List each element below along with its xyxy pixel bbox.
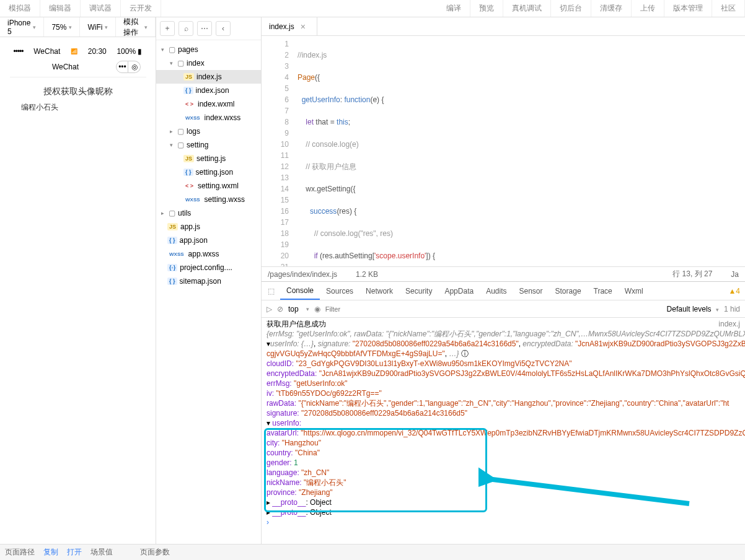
add-file-button[interactable]: +: [160, 21, 175, 36]
warnings-badge[interactable]: ▲ 4: [728, 287, 740, 295]
signal-icon: •••••: [14, 47, 24, 56]
close-tab-icon[interactable]: ×: [301, 22, 306, 32]
search-button[interactable]: ⌕: [179, 21, 193, 36]
folder-setting[interactable]: ▾▢setting: [156, 138, 261, 152]
page-title: 授权获取头像昵称: [19, 86, 138, 97]
file-setting-js[interactable]: JSsetting.js: [156, 152, 261, 165]
wifi-select[interactable]: WiFi▾: [80, 17, 116, 37]
menu-remote[interactable]: 真机调试: [503, 0, 551, 17]
log-message: 获取用户信息成功: [267, 320, 326, 328]
tab-sensor[interactable]: Sensor: [513, 282, 549, 300]
source-link[interactable]: index.j: [718, 319, 740, 329]
app-title: WeChat: [52, 63, 79, 71]
bottom-scene: 场景值: [90, 547, 113, 558]
inspect-icon[interactable]: ⬚: [262, 282, 280, 300]
tab-storage[interactable]: Storage: [549, 282, 588, 300]
step-icon[interactable]: ▷: [267, 305, 272, 313]
tab-audits[interactable]: Audits: [480, 282, 513, 300]
code-editor[interactable]: 1234567891011121314151617181920212223 //…: [262, 36, 745, 266]
console-output[interactable]: 获取用户信息成功index.j {errMsg: "getUserInfo:ok…: [262, 318, 745, 544]
hide-button[interactable]: ‹: [216, 21, 231, 36]
battery-label: 100% ▮: [117, 47, 142, 56]
device-select[interactable]: iPhone 5▾: [0, 17, 44, 37]
file-app-json[interactable]: { }app.json: [156, 234, 261, 247]
hidden-count: 1 hid: [724, 305, 740, 313]
context-select[interactable]: top: [288, 305, 299, 313]
file-index-json[interactable]: { }index.json: [156, 84, 261, 97]
simulator-screen: ••••• WeChat📶 20:30 100% ▮ WeChat ••• ◎ …: [10, 46, 146, 121]
file-project-config[interactable]: {◦}project.config....: [156, 261, 261, 274]
file-index-wxss[interactable]: WXSSindex.wxss: [156, 111, 261, 125]
folder-logs[interactable]: ▸▢logs: [156, 125, 261, 138]
tab-network[interactable]: Network: [359, 282, 399, 300]
menu-version[interactable]: 版本管理: [664, 0, 712, 17]
file-tree: ▾▢pages ▾▢index JSindex.js { }index.json…: [156, 40, 261, 291]
target-icon[interactable]: ◎: [128, 61, 141, 73]
tab-console[interactable]: Console: [280, 282, 320, 300]
copy-link[interactable]: 复制: [43, 547, 58, 558]
bottom-params: 页面参数: [140, 547, 170, 558]
file-sitemap[interactable]: { }sitemap.json: [156, 274, 261, 288]
file-size: 1.2 KB: [356, 270, 378, 279]
levels-select[interactable]: Default levels ▾: [667, 305, 719, 313]
folder-pages[interactable]: ▾▢pages: [156, 43, 261, 56]
editor-status-bar: /pages/index/index.js 1.2 KB 行 13, 列 27 …: [262, 266, 745, 281]
file-setting-json[interactable]: { }setting.json: [156, 165, 261, 179]
eye-icon[interactable]: ◉: [314, 305, 320, 313]
tab-security[interactable]: Security: [399, 282, 438, 300]
time-label: 20:30: [88, 47, 107, 56]
menu-editor[interactable]: 编辑器: [40, 0, 81, 17]
file-index-wxml[interactable]: < >index.wxml: [156, 97, 261, 111]
menu-compile[interactable]: 编译: [438, 0, 470, 17]
menu-background[interactable]: 切后台: [551, 0, 591, 17]
bottom-bar: 页面路径 复制 打开 场景值 页面参数: [0, 544, 745, 560]
menu-community[interactable]: 社区: [712, 0, 745, 17]
page-text: 编程小石头: [19, 102, 138, 113]
filter-input[interactable]: [325, 305, 662, 313]
cursor-position: 行 13, 列 27: [672, 269, 712, 279]
bottom-path: 页面路径: [5, 547, 35, 558]
top-menu: 模拟器 编辑器 调试器 云开发 编译 预览 真机调试 切后台 清缓存 上传 版本…: [0, 0, 745, 17]
file-setting-wxss[interactable]: WXSSsetting.wxss: [156, 193, 261, 206]
file-index-js[interactable]: JSindex.js: [156, 70, 261, 84]
file-setting-wxml[interactable]: < >setting.wxml: [156, 179, 261, 193]
clear-console-icon[interactable]: ⊘: [277, 305, 283, 313]
more-button[interactable]: ⋯: [197, 21, 212, 36]
menu-clear-cache[interactable]: 清缓存: [591, 0, 632, 17]
menu-simulator[interactable]: 模拟器: [0, 0, 40, 17]
folder-utils[interactable]: ▸▢utils: [156, 206, 261, 220]
menu-upload[interactable]: 上传: [632, 0, 664, 17]
carrier-label: WeChat: [33, 47, 60, 56]
tab-wxml[interactable]: Wxml: [619, 282, 650, 300]
file-path: /pages/index/index.js: [268, 270, 337, 279]
open-link[interactable]: 打开: [67, 547, 82, 558]
tab-trace[interactable]: Trace: [588, 282, 619, 300]
menu-preview[interactable]: 预览: [470, 0, 503, 17]
menu-cloud[interactable]: 云开发: [121, 0, 161, 17]
more-icon[interactable]: •••: [116, 61, 128, 73]
menu-debugger[interactable]: 调试器: [81, 0, 121, 17]
file-app-js[interactable]: JSapp.js: [156, 220, 261, 234]
tab-index-js[interactable]: index.js×: [262, 17, 317, 35]
simops-select[interactable]: 模拟操作▾: [116, 17, 156, 37]
file-app-wxss[interactable]: WXSSapp.wxss: [156, 247, 261, 261]
tab-appdata[interactable]: AppData: [438, 282, 480, 300]
zoom-select[interactable]: 75%▾: [44, 17, 80, 37]
folder-index[interactable]: ▾▢index: [156, 56, 261, 70]
line-gutter: 1234567891011121314151617181920212223: [262, 36, 298, 266]
tab-sources[interactable]: Sources: [320, 282, 359, 300]
